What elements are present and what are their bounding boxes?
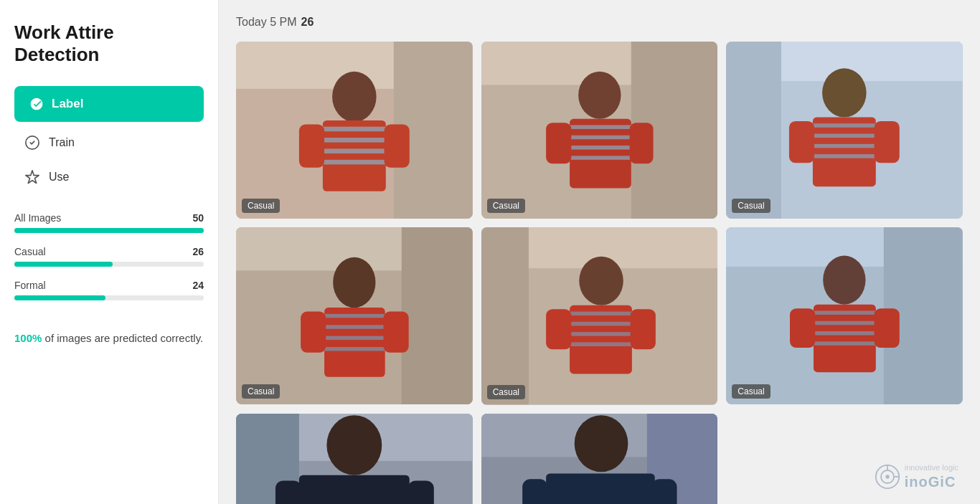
- stat-all-bar-bg: [14, 228, 204, 233]
- watermark-text: innovative logic inoGiC: [905, 462, 958, 491]
- svg-rect-39: [324, 314, 385, 318]
- image-cell-6[interactable]: Casual: [726, 227, 963, 404]
- svg-rect-50: [570, 312, 632, 315]
- svg-rect-44: [383, 312, 408, 353]
- svg-rect-61: [814, 311, 876, 315]
- app-title: Work Attire Detection: [14, 22, 204, 66]
- image-cell-4[interactable]: Casual: [236, 227, 473, 404]
- image-count: 26: [301, 16, 314, 29]
- svg-rect-27: [813, 117, 876, 186]
- svg-rect-31: [813, 154, 876, 158]
- svg-rect-16: [570, 119, 631, 189]
- stat-casual-count: 26: [192, 246, 204, 257]
- svg-rect-49: [570, 305, 632, 374]
- svg-rect-18: [570, 135, 631, 139]
- date-header: Today 5 PM 26: [236, 16, 963, 29]
- svg-rect-6: [323, 127, 386, 132]
- watermark: innovative logic inoGiC: [875, 462, 958, 491]
- svg-rect-52: [570, 332, 632, 336]
- svg-rect-55: [630, 310, 655, 350]
- svg-rect-38: [324, 308, 385, 377]
- image-badge-2: Casual: [487, 199, 525, 213]
- svg-rect-22: [629, 123, 653, 163]
- svg-rect-40: [324, 325, 385, 329]
- svg-rect-7: [323, 138, 386, 143]
- svg-rect-43: [301, 312, 326, 353]
- svg-rect-11: [385, 124, 410, 167]
- svg-rect-64: [814, 342, 876, 346]
- svg-rect-28: [813, 123, 876, 127]
- svg-rect-17: [570, 125, 631, 128]
- image-cell-7[interactable]: Casual: [236, 414, 473, 505]
- stat-formal-label: Formal: [14, 280, 46, 291]
- accuracy-pct: 100%: [14, 332, 42, 344]
- image-grid: Casual Casual: [236, 42, 963, 504]
- stat-all-images[interactable]: All Images 50: [14, 212, 204, 233]
- stat-formal-count: 24: [192, 280, 204, 291]
- svg-rect-82: [651, 479, 677, 504]
- label-nav-label: Label: [52, 97, 83, 111]
- use-nav-label: Use: [49, 171, 69, 184]
- stat-formal-bar-fill: [14, 295, 105, 300]
- use-nav-item[interactable]: Use: [14, 161, 204, 194]
- stat-formal[interactable]: Formal 24: [14, 280, 204, 300]
- image-cell-1[interactable]: Casual: [236, 42, 473, 219]
- svg-point-59: [823, 256, 865, 305]
- svg-rect-9: [323, 160, 386, 165]
- train-nav-label: Train: [49, 136, 75, 149]
- stat-casual-bar-bg: [14, 262, 204, 267]
- accuracy-text: 100% of images are predicted correctly.: [14, 331, 204, 347]
- svg-rect-73: [275, 480, 301, 504]
- svg-rect-54: [546, 310, 571, 350]
- svg-point-15: [578, 72, 621, 119]
- image-badge-3: Casual: [732, 199, 770, 213]
- stat-casual[interactable]: Casual 26: [14, 246, 204, 267]
- accuracy-desc: of images are predicted correctly.: [42, 332, 203, 344]
- stat-all-label: All Images: [14, 212, 61, 224]
- svg-rect-29: [813, 134, 876, 138]
- svg-rect-41: [324, 336, 385, 340]
- svg-rect-66: [875, 308, 900, 348]
- main-content: Today 5 PM 26: [219, 0, 980, 504]
- svg-rect-19: [570, 146, 631, 149]
- svg-rect-71: [299, 475, 410, 504]
- image-cell-5[interactable]: Casual: [481, 227, 718, 404]
- image-badge-1: Casual: [242, 199, 280, 213]
- image-cell-2[interactable]: Casual: [481, 42, 718, 219]
- image-cell-8[interactable]: Casual: [481, 414, 718, 505]
- svg-rect-8: [323, 148, 386, 153]
- stat-all-bar-fill: [14, 228, 204, 233]
- svg-rect-42: [324, 347, 385, 351]
- svg-rect-74: [408, 480, 434, 504]
- watermark-logo-icon: [875, 464, 900, 490]
- label-nav-button[interactable]: Label: [14, 86, 204, 122]
- svg-rect-47: [481, 227, 529, 404]
- use-icon: [24, 169, 40, 185]
- svg-point-48: [579, 257, 623, 305]
- train-icon: [24, 135, 40, 151]
- svg-rect-81: [522, 479, 547, 504]
- image-badge-6: Casual: [732, 384, 770, 399]
- svg-point-78: [574, 415, 628, 472]
- train-nav-item[interactable]: Train: [14, 126, 204, 159]
- image-badge-5: Casual: [487, 385, 525, 399]
- svg-rect-25: [726, 42, 781, 219]
- svg-point-70: [326, 415, 382, 475]
- svg-rect-32: [789, 121, 814, 163]
- svg-rect-20: [570, 156, 631, 159]
- svg-rect-53: [570, 343, 632, 346]
- svg-point-85: [885, 475, 889, 478]
- svg-point-26: [822, 68, 867, 117]
- watermark-brand: inoGiC: [905, 472, 958, 491]
- stat-all-count: 50: [192, 212, 204, 224]
- stat-formal-bar-bg: [14, 295, 204, 300]
- svg-rect-30: [813, 144, 876, 148]
- svg-rect-51: [570, 322, 632, 325]
- stat-casual-label: Casual: [14, 246, 46, 257]
- image-cell-3[interactable]: Casual: [726, 42, 963, 219]
- image-badge-4: Casual: [242, 384, 280, 399]
- watermark-tagline: innovative logic: [905, 462, 958, 472]
- svg-rect-63: [814, 331, 876, 335]
- date-label: Today 5 PM: [236, 16, 296, 29]
- svg-rect-10: [299, 124, 324, 167]
